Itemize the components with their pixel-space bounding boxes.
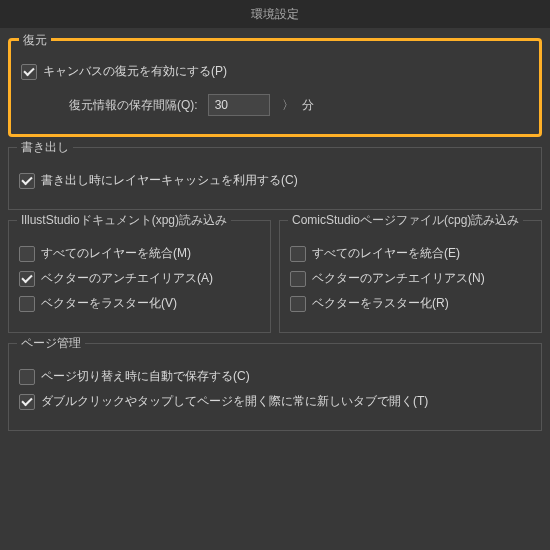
recovery-interval-label: 復元情報の保存間隔(Q): [69,97,198,114]
comic-raster-check[interactable]: ベクターをラスター化(R) [290,295,531,312]
illust-aa-label: ベクターのアンチエイリアス(A) [41,270,213,287]
checkbox-icon [19,271,35,287]
checkbox-icon [290,246,306,262]
recovery-interval-row: 復元情報の保存間隔(Q): 〉 分 [69,94,529,116]
group-illust-import: IllustStudioドキュメント(xpg)読み込み すべてのレイヤーを統合(… [8,220,271,333]
page-autosave-check[interactable]: ページ切り替え時に自動で保存する(C) [19,368,531,385]
illust-raster-check[interactable]: ベクターをラスター化(V) [19,295,260,312]
window-title: 環境設定 [251,6,299,23]
comic-aa-label: ベクターのアンチエイリアス(N) [312,270,485,287]
checkbox-icon [290,296,306,312]
recovery-interval-unit: 分 [302,97,314,114]
checkbox-icon [19,246,35,262]
checkbox-icon [21,64,37,80]
illust-merge-label: すべてのレイヤーを統合(M) [41,245,191,262]
window-titlebar: 環境設定 [0,0,550,28]
checkbox-icon [290,271,306,287]
comic-merge-label: すべてのレイヤーを統合(E) [312,245,460,262]
enable-recovery-label: キャンバスの復元を有効にする(P) [43,63,227,80]
group-comic-legend: ComicStudioページファイル(cpg)読み込み [288,212,523,229]
comic-raster-label: ベクターをラスター化(R) [312,295,449,312]
group-illust-legend: IllustStudioドキュメント(xpg)読み込み [17,212,231,229]
illust-raster-label: ベクターをラスター化(V) [41,295,177,312]
page-newtab-check[interactable]: ダブルクリックやタップしてページを開く際に常に新しいタブで開く(T) [19,393,531,410]
comic-merge-check[interactable]: すべてのレイヤーを統合(E) [290,245,531,262]
group-comic-import: ComicStudioページファイル(cpg)読み込み すべてのレイヤーを統合(… [279,220,542,333]
checkbox-icon [19,173,35,189]
comic-aa-check[interactable]: ベクターのアンチエイリアス(N) [290,270,531,287]
illust-aa-check[interactable]: ベクターのアンチエイリアス(A) [19,270,260,287]
page-autosave-label: ページ切り替え時に自動で保存する(C) [41,368,250,385]
group-page-legend: ページ管理 [17,335,85,352]
recovery-interval-input[interactable] [208,94,270,116]
page-newtab-label: ダブルクリックやタップしてページを開く際に常に新しいタブで開く(T) [41,393,428,410]
group-export-legend: 書き出し [17,139,73,156]
group-recovery: 復元 キャンバスの復元を有効にする(P) 復元情報の保存間隔(Q): 〉 分 [8,38,542,137]
group-export: 書き出し 書き出し時にレイヤーキャッシュを利用する(C) [8,147,542,210]
checkbox-icon [19,296,35,312]
group-page-manage: ページ管理 ページ切り替え時に自動で保存する(C) ダブルクリックやタップしてペ… [8,343,542,431]
chevron-right-icon[interactable]: 〉 [270,97,302,114]
layer-cache-label: 書き出し時にレイヤーキャッシュを利用する(C) [41,172,298,189]
enable-recovery-check[interactable]: キャンバスの復元を有効にする(P) [21,63,529,80]
checkbox-icon [19,369,35,385]
illust-merge-check[interactable]: すべてのレイヤーを統合(M) [19,245,260,262]
dialog-content: 復元 キャンバスの復元を有効にする(P) 復元情報の保存間隔(Q): 〉 分 書… [0,28,550,449]
group-recovery-legend: 復元 [19,32,51,49]
layer-cache-check[interactable]: 書き出し時にレイヤーキャッシュを利用する(C) [19,172,531,189]
checkbox-icon [19,394,35,410]
